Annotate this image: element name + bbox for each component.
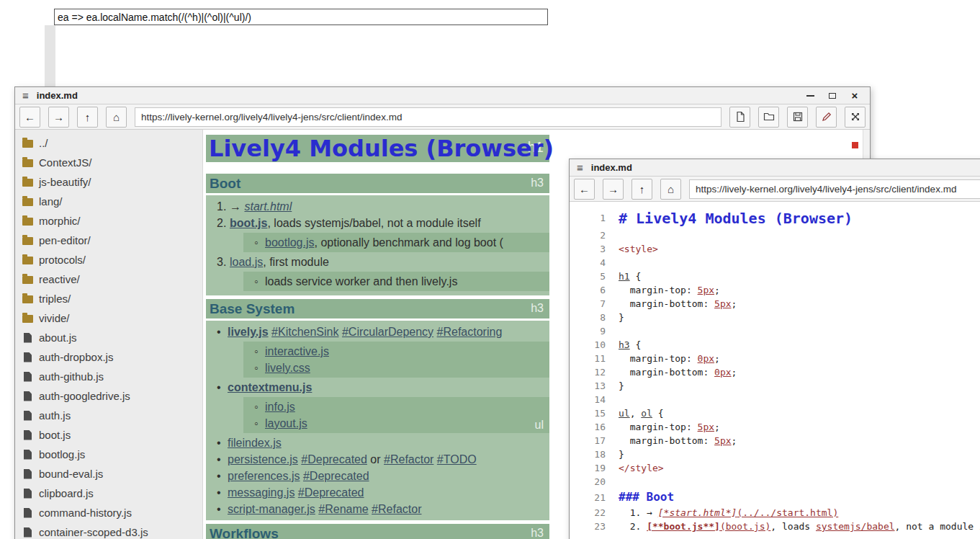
sidebar-item-file[interactable]: auth-dropbox.js — [15, 347, 202, 367]
link-fileindex-js[interactable]: fileindex.js — [228, 437, 282, 449]
link-info-js[interactable]: info.js — [265, 401, 295, 413]
link-load-js[interactable]: load.js — [230, 256, 263, 268]
link-messaging-js[interactable]: messaging.js — [228, 486, 295, 499]
up-button[interactable]: ↑ — [631, 179, 652, 200]
url-input[interactable] — [135, 107, 721, 127]
hashtag-link[interactable]: #KitchenSink — [271, 326, 338, 338]
home-button[interactable]: ⌂ — [106, 107, 127, 128]
sidebar-item-folder[interactable]: triples/ — [15, 289, 202, 308]
hashtag-link[interactable]: #Deprecated — [303, 470, 369, 482]
sidebar-item-folder[interactable]: pen-editor/ — [15, 231, 202, 250]
tag-label-h3: h3 — [531, 177, 544, 190]
sidebar-item-file[interactable]: bootlog.js — [15, 445, 202, 464]
hashtag-link[interactable]: #TODO — [437, 453, 477, 466]
code-segment: h3 — [619, 339, 630, 350]
sidebar-item-file[interactable]: auth-googledrive.js — [15, 386, 202, 406]
sidebar-item-folder[interactable]: lang/ — [15, 192, 202, 211]
forward-button[interactable]: → — [603, 179, 624, 200]
file-name: auth.js — [39, 409, 71, 422]
sidebar-item-file[interactable]: container-scoped-d3.js — [15, 522, 202, 539]
filter-expression-input[interactable] — [54, 9, 548, 25]
new-file-button[interactable] — [729, 107, 750, 128]
heading-workflows-highlight: Workflows h3 — [206, 524, 549, 539]
link-start-html[interactable]: start.html — [244, 200, 292, 213]
close-button[interactable]: × — [847, 89, 863, 102]
sidebar-item-folder[interactable]: vivide/ — [15, 308, 202, 328]
sidebar-item-file[interactable]: auth.js — [15, 406, 202, 425]
minimize-button[interactable] — [802, 89, 818, 102]
code-segment: systemjs/babel — [816, 521, 895, 532]
line-number: 23 — [578, 521, 606, 532]
pen-icon — [821, 111, 832, 122]
hashtag-link[interactable]: #Refactor — [372, 503, 421, 515]
file-icon — [24, 411, 32, 421]
link-script-manager-js[interactable]: script-manager.js — [228, 503, 315, 515]
code-segment: margin-top: — [619, 285, 698, 295]
window-titlebar[interactable]: ≡ index.md — [570, 159, 980, 177]
code-segment: 5px — [698, 422, 714, 432]
code-editor[interactable]: 1# Lively4 Modules (Browser) 2 3<style> … — [570, 202, 980, 539]
sidebar-item-file[interactable]: auth-github.js — [15, 367, 202, 386]
line-number: 12 — [578, 367, 606, 378]
hashtag-link[interactable]: #Refactoring — [437, 326, 503, 338]
up-button[interactable]: ↑ — [77, 107, 98, 128]
link-bootlog-js[interactable]: bootlog.js — [265, 236, 315, 249]
link-lively-css[interactable]: lively.css — [265, 362, 310, 374]
nested-list-highlight: ◦bootlog.js, optionally benchmark and lo… — [243, 233, 549, 252]
code-segment: ; — [732, 367, 737, 378]
window-titlebar[interactable]: ≡ index.md × — [15, 87, 870, 104]
code-segment: margin-bottom: — [619, 367, 714, 378]
hashtag-link[interactable]: #CircularDepency — [342, 326, 433, 338]
url-input[interactable] — [689, 179, 980, 199]
hashtag-link[interactable]: #Refactor — [384, 453, 433, 466]
link-boot-js[interactable]: boot.js — [230, 217, 267, 229]
maximize-button[interactable] — [824, 89, 840, 102]
code-segment: ; — [732, 435, 737, 446]
sidebar-item-folder[interactable]: reactive/ — [15, 270, 202, 289]
hashtag-link[interactable]: #Deprecated — [301, 453, 367, 466]
window-menu-icon[interactable]: ≡ — [577, 161, 583, 174]
sidebar-item-folder[interactable]: morphic/ — [15, 211, 202, 231]
sidebar-item-file[interactable]: about.js — [15, 328, 202, 347]
hashtag-link[interactable]: #Rename — [318, 503, 368, 515]
save-button[interactable] — [787, 107, 808, 128]
sidebar-item-folder[interactable]: js-beautify/ — [15, 172, 202, 192]
sidebar-item-file[interactable]: bound-eval.js — [15, 464, 202, 484]
expand-button[interactable] — [845, 107, 866, 128]
code-line: 7 margin-bottom: 5px; — [578, 298, 980, 312]
folder-name: triples/ — [39, 293, 71, 305]
window-menu-icon[interactable]: ≡ — [22, 89, 29, 102]
code-segment: , not a module itself — [895, 521, 980, 532]
code-segment: <style> — [619, 244, 658, 254]
code-segment: ol — [641, 408, 652, 419]
hashtag-link[interactable]: #Deprecated — [298, 486, 364, 499]
link-interactive-js[interactable]: interactive.js — [265, 345, 329, 357]
link-preferences-js[interactable]: preferences.js — [228, 470, 300, 482]
sidebar-item-folder[interactable]: ../ — [15, 133, 202, 153]
sidebar-item-folder[interactable]: protocols/ — [15, 250, 202, 270]
link-persistence-js[interactable]: persistence.js — [228, 453, 298, 466]
sidebar-item-folder[interactable]: ContextJS/ — [15, 153, 202, 172]
line-number: 15 — [578, 408, 606, 419]
back-button[interactable]: ← — [19, 107, 40, 128]
code-segment: ; — [714, 353, 720, 364]
home-button[interactable]: ⌂ — [660, 179, 681, 200]
item-text: loads service worker and then lively.js — [265, 275, 457, 288]
list-item: 3.load.js, first module — [206, 254, 549, 270]
sidebar-item-file[interactable]: boot.js — [15, 425, 202, 445]
list-item: ◦lively.css — [243, 360, 549, 376]
link-layout-js[interactable]: layout.js — [265, 417, 307, 429]
sidebar-item-file[interactable]: command-history.js — [15, 503, 202, 522]
edit-button[interactable] — [816, 107, 837, 128]
back-button[interactable]: ← — [574, 179, 595, 200]
forward-button[interactable]: → — [48, 107, 69, 128]
line-number: 4 — [578, 257, 606, 268]
folder-icon — [22, 276, 33, 284]
page-title: Lively4 Modules (Browser) — [206, 135, 554, 162]
folder-button[interactable] — [758, 107, 779, 128]
file-name: boot.js — [39, 429, 71, 441]
link-contextmenu-js[interactable]: contextmenu.js — [228, 381, 312, 393]
sidebar-item-file[interactable]: clipboard.js — [15, 484, 202, 503]
code-line: 8} — [578, 312, 980, 326]
link-lively-js[interactable]: lively.js — [228, 326, 269, 338]
